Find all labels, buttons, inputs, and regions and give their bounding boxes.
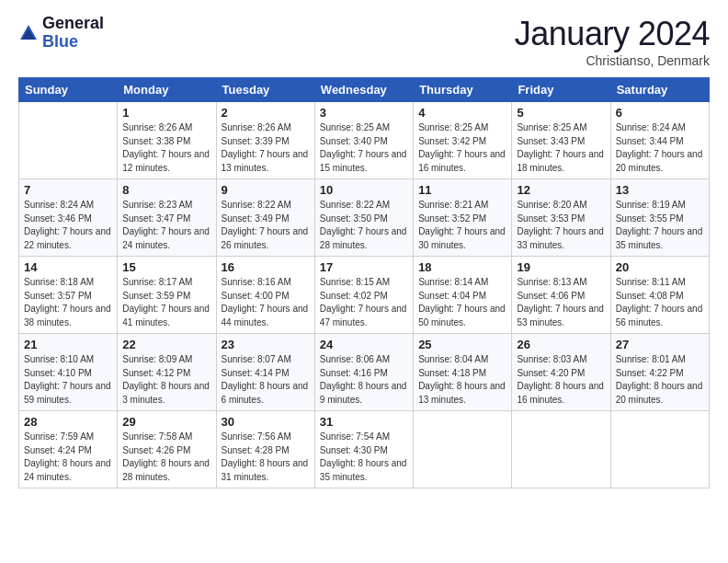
calendar-table: SundayMondayTuesdayWednesdayThursdayFrid… — [18, 77, 710, 488]
weekday-header-monday: Monday — [118, 78, 216, 102]
calendar-cell: 1Sunrise: 8:26 AMSunset: 3:38 PMDaylight… — [118, 102, 216, 179]
day-number: 3 — [320, 106, 408, 120]
day-info: Sunrise: 8:25 AMSunset: 3:40 PMDaylight:… — [320, 121, 408, 175]
calendar-cell: 31Sunrise: 7:54 AMSunset: 4:30 PMDayligh… — [314, 411, 413, 488]
day-number: 12 — [517, 183, 605, 197]
logo: General Blue — [18, 15, 104, 52]
day-number: 16 — [222, 260, 310, 274]
calendar-cell: 19Sunrise: 8:13 AMSunset: 4:06 PMDayligh… — [512, 257, 610, 334]
day-number: 6 — [616, 106, 704, 120]
calendar-cell: 25Sunrise: 8:04 AMSunset: 4:18 PMDayligh… — [414, 334, 512, 411]
calendar-subtitle: Christianso, Denmark — [515, 53, 710, 68]
day-info: Sunrise: 8:18 AMSunset: 3:57 PMDaylight:… — [24, 276, 112, 329]
day-number: 10 — [320, 183, 408, 197]
day-info: Sunrise: 8:24 AMSunset: 3:46 PMDaylight:… — [24, 199, 112, 252]
calendar-cell: 27Sunrise: 8:01 AMSunset: 4:22 PMDayligh… — [610, 334, 709, 411]
calendar-cell: 14Sunrise: 8:18 AMSunset: 3:57 PMDayligh… — [19, 257, 118, 334]
calendar-cell: 15Sunrise: 8:17 AMSunset: 3:59 PMDayligh… — [118, 257, 216, 334]
calendar-cell: 4Sunrise: 8:25 AMSunset: 3:42 PMDaylight… — [414, 102, 512, 179]
day-number: 7 — [24, 183, 112, 197]
day-info: Sunrise: 8:19 AMSunset: 3:55 PMDaylight:… — [616, 199, 704, 252]
calendar-cell — [414, 411, 512, 488]
title-block: January 2024 Christianso, Denmark — [515, 15, 710, 68]
logo-icon — [18, 23, 39, 43]
day-info: Sunrise: 7:56 AMSunset: 4:28 PMDaylight:… — [222, 431, 310, 484]
day-number: 11 — [418, 183, 506, 197]
calendar-cell: 12Sunrise: 8:20 AMSunset: 3:53 PMDayligh… — [512, 179, 610, 257]
calendar-cell: 20Sunrise: 8:11 AMSunset: 4:08 PMDayligh… — [610, 257, 709, 334]
day-number: 9 — [222, 183, 310, 197]
calendar-cell — [610, 411, 709, 488]
day-info: Sunrise: 7:59 AMSunset: 4:24 PMDaylight:… — [24, 431, 112, 484]
day-number: 14 — [24, 260, 112, 274]
day-info: Sunrise: 8:10 AMSunset: 4:10 PMDaylight:… — [24, 353, 112, 407]
calendar-cell — [512, 411, 610, 488]
day-info: Sunrise: 8:21 AMSunset: 3:52 PMDaylight:… — [418, 199, 506, 252]
logo-general: General — [42, 14, 104, 32]
day-number: 20 — [616, 260, 704, 274]
day-number: 31 — [320, 415, 408, 429]
day-info: Sunrise: 8:15 AMSunset: 4:02 PMDaylight:… — [320, 276, 408, 329]
calendar-cell: 5Sunrise: 8:25 AMSunset: 3:43 PMDaylight… — [512, 102, 610, 179]
day-number: 26 — [517, 338, 605, 351]
calendar-cell — [19, 102, 118, 179]
weekday-header-wednesday: Wednesday — [314, 78, 413, 102]
day-number: 19 — [517, 260, 605, 274]
day-info: Sunrise: 8:11 AMSunset: 4:08 PMDaylight:… — [616, 276, 704, 329]
weekday-header-row: SundayMondayTuesdayWednesdayThursdayFrid… — [19, 78, 710, 102]
calendar-cell: 16Sunrise: 8:16 AMSunset: 4:00 PMDayligh… — [216, 257, 314, 334]
day-info: Sunrise: 8:17 AMSunset: 3:59 PMDaylight:… — [122, 276, 210, 329]
day-info: Sunrise: 8:14 AMSunset: 4:04 PMDaylight:… — [418, 276, 506, 329]
weekday-header-saturday: Saturday — [610, 78, 709, 102]
day-info: Sunrise: 8:25 AMSunset: 3:43 PMDaylight:… — [517, 121, 605, 175]
day-number: 2 — [222, 106, 310, 120]
day-info: Sunrise: 8:04 AMSunset: 4:18 PMDaylight:… — [418, 353, 506, 407]
calendar-week-3: 14Sunrise: 8:18 AMSunset: 3:57 PMDayligh… — [19, 257, 710, 334]
day-number: 1 — [122, 106, 210, 120]
calendar-cell: 30Sunrise: 7:56 AMSunset: 4:28 PMDayligh… — [216, 411, 314, 488]
day-number: 29 — [122, 415, 210, 429]
calendar-cell: 10Sunrise: 8:22 AMSunset: 3:50 PMDayligh… — [314, 179, 413, 257]
day-number: 21 — [24, 338, 112, 351]
calendar-week-1: 1Sunrise: 8:26 AMSunset: 3:38 PMDaylight… — [19, 102, 710, 179]
day-number: 23 — [222, 338, 310, 351]
calendar-cell: 23Sunrise: 8:07 AMSunset: 4:14 PMDayligh… — [216, 334, 314, 411]
day-info: Sunrise: 8:22 AMSunset: 3:50 PMDaylight:… — [320, 199, 408, 252]
calendar-cell: 22Sunrise: 8:09 AMSunset: 4:12 PMDayligh… — [118, 334, 216, 411]
calendar-cell: 26Sunrise: 8:03 AMSunset: 4:20 PMDayligh… — [512, 334, 610, 411]
day-number: 13 — [616, 183, 704, 197]
calendar-cell: 21Sunrise: 8:10 AMSunset: 4:10 PMDayligh… — [19, 334, 118, 411]
day-number: 28 — [24, 415, 112, 429]
calendar-cell: 28Sunrise: 7:59 AMSunset: 4:24 PMDayligh… — [19, 411, 118, 488]
calendar-cell: 13Sunrise: 8:19 AMSunset: 3:55 PMDayligh… — [610, 179, 709, 257]
day-number: 22 — [122, 338, 210, 351]
calendar-cell: 3Sunrise: 8:25 AMSunset: 3:40 PMDaylight… — [314, 102, 413, 179]
day-number: 8 — [122, 183, 210, 197]
day-number: 5 — [517, 106, 605, 120]
day-info: Sunrise: 8:20 AMSunset: 3:53 PMDaylight:… — [517, 199, 605, 252]
calendar-cell: 24Sunrise: 8:06 AMSunset: 4:16 PMDayligh… — [314, 334, 413, 411]
day-number: 24 — [320, 338, 408, 351]
day-number: 17 — [320, 260, 408, 274]
calendar-cell: 29Sunrise: 7:58 AMSunset: 4:26 PMDayligh… — [118, 411, 216, 488]
calendar-cell: 18Sunrise: 8:14 AMSunset: 4:04 PMDayligh… — [414, 257, 512, 334]
day-info: Sunrise: 8:07 AMSunset: 4:14 PMDaylight:… — [222, 353, 310, 407]
calendar-cell: 2Sunrise: 8:26 AMSunset: 3:39 PMDaylight… — [216, 102, 314, 179]
day-info: Sunrise: 8:03 AMSunset: 4:20 PMDaylight:… — [517, 353, 605, 407]
day-info: Sunrise: 8:16 AMSunset: 4:00 PMDaylight:… — [222, 276, 310, 329]
calendar-cell: 11Sunrise: 8:21 AMSunset: 3:52 PMDayligh… — [414, 179, 512, 257]
calendar-cell: 7Sunrise: 8:24 AMSunset: 3:46 PMDaylight… — [19, 179, 118, 257]
weekday-header-friday: Friday — [512, 78, 610, 102]
weekday-header-thursday: Thursday — [414, 78, 512, 102]
day-info: Sunrise: 8:13 AMSunset: 4:06 PMDaylight:… — [517, 276, 605, 329]
weekday-header-sunday: Sunday — [19, 78, 118, 102]
calendar-cell: 6Sunrise: 8:24 AMSunset: 3:44 PMDaylight… — [610, 102, 709, 179]
day-number: 15 — [122, 260, 210, 274]
calendar-week-4: 21Sunrise: 8:10 AMSunset: 4:10 PMDayligh… — [19, 334, 710, 411]
page: General Blue January 2024 Christianso, D… — [0, 0, 728, 563]
day-number: 30 — [222, 415, 310, 429]
day-info: Sunrise: 8:09 AMSunset: 4:12 PMDaylight:… — [122, 353, 210, 407]
calendar-cell: 9Sunrise: 8:22 AMSunset: 3:49 PMDaylight… — [216, 179, 314, 257]
day-info: Sunrise: 8:26 AMSunset: 3:39 PMDaylight:… — [222, 121, 310, 175]
logo-blue: Blue — [42, 32, 78, 51]
